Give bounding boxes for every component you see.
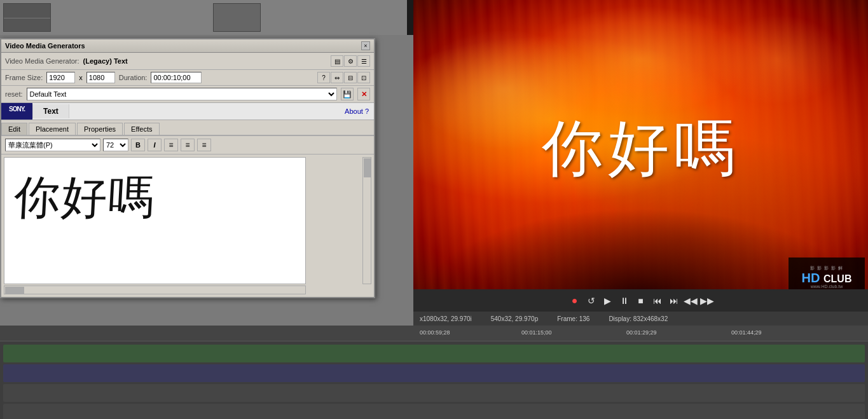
tab-effects[interactable]: Effects [124,123,159,135]
video-preview: 你好嗎 影 影 影 影 解 HD CLUB www.HD.club.tw [413,0,868,299]
scrollbar-thumb-v[interactable] [364,158,371,177]
fire-background: 你好嗎 影 影 影 影 解 HD CLUB www.HD.club.tw [413,0,868,299]
next-frame-button[interactable]: ⏭ [668,294,680,307]
loop-button[interactable]: ↺ [585,294,598,307]
frame-height-input[interactable] [86,72,115,83]
resolution-status-2: 540x32, 29.970p [491,315,539,322]
duration-input[interactable] [151,72,202,83]
preview-chinese-text: 你好嗎 [542,108,740,191]
settings-icon[interactable]: ⚙ [344,55,357,67]
panel-title-bar: Video Media Generators × [1,39,374,53]
ruler-tick-1: 00:00:59;28 [420,329,450,336]
ruler-tick-2: 00:01:15;00 [521,329,552,336]
hdclub-brand: HD CLUB [802,271,852,284]
font-size-select[interactable]: 72 [103,139,128,151]
thumbnail-2 [213,3,261,32]
link-icon[interactable]: ⇔ [331,72,343,83]
prev-frame-button[interactable]: ⏮ [651,294,664,307]
top-thumbnail-area [0,0,407,35]
preset-save-button[interactable]: 💾 [341,88,354,100]
panel-window: Video Media Generators × Video Media Gen… [0,38,375,298]
window-close-button[interactable]: × [361,41,370,50]
italic-button[interactable]: I [148,139,162,151]
expand-icon[interactable]: ⊡ [357,72,370,83]
hdclub-line2: www.HD.club.tw [811,284,843,289]
canvas-text-preview: 你好嗎 [12,167,156,228]
x-separator: x [79,74,83,81]
tabs-row: Edit Placement Properties Effects [1,120,374,136]
bold-button[interactable]: B [131,139,145,151]
about-button[interactable]: About ? [340,106,374,116]
font-toolbar: 華康流葉體(P) 72 B I ≡ ≡ ≡ [1,136,374,155]
align-right-button[interactable]: ≡ [197,139,211,151]
scrollbar-thumb-h[interactable] [5,287,24,294]
horizontal-scrollbar[interactable] [4,285,306,294]
video-controls-bar: ● ↺ ▶ ⏸ ■ ⏮ ⏭ ◀◀ ▶▶ [413,289,868,312]
vertical-scrollbar[interactable] [362,157,371,284]
fast-forward-button[interactable]: ▶▶ [701,294,713,307]
play-button[interactable]: ▶ [602,294,614,307]
preset-label: reset: [5,90,23,98]
frame-width-input[interactable] [46,72,75,83]
record-button[interactable]: ● [568,294,581,307]
timeline-track-2 [3,364,865,382]
help-icon[interactable]: ? [317,72,330,83]
preset-row: reset: Default Text 💾 ✕ [1,86,374,103]
generator-value: (Legacy) Text [83,57,128,65]
thumbnail-1 [3,3,51,32]
timeline-track-3 [3,384,865,402]
timeline: 00:00:59;28 00:01:15;00 00:01:29;29 00:0… [0,326,868,419]
render-icon[interactable]: ⊟ [344,72,357,83]
frame-size-row: Frame Size: x Duration: ? ⇔ ⊟ ⊡ [1,70,374,86]
sony-logo: SONY. [1,103,32,120]
sony-header: SONY. Text About ? [1,103,374,120]
status-bar: x1080x32, 29.970i 540x32, 29.970p Frame:… [413,312,868,326]
filmstrip-icon[interactable]: ▤ [331,55,343,67]
timeline-tracks [0,341,868,419]
ruler-tick-4: 00:01:44;29 [731,329,762,336]
panel-title: Video Media Generators [5,42,85,50]
pause-button[interactable]: ⏸ [618,294,631,307]
generator-label: Video Media Generator: [5,57,79,65]
frame-size-label: Frame Size: [5,74,43,81]
menu-icon[interactable]: ☰ [357,55,370,67]
font-select[interactable]: 華康流葉體(P) [5,139,100,151]
display-status: Display: 832x468x32 [609,315,668,322]
preset-select[interactable]: Default Text [27,88,337,100]
generator-buttons: ▤ ⚙ ☰ [331,55,370,67]
timeline-ruler: 00:00:59;28 00:01:15;00 00:01:29;29 00:0… [0,326,868,341]
timeline-track-1 [3,345,865,362]
rewind-button[interactable]: ◀◀ [684,294,697,307]
timeline-track-4 [3,404,865,419]
tab-properties[interactable]: Properties [77,123,123,135]
frame-status: Frame: 136 [557,315,589,322]
text-tab-header: Text [32,104,69,118]
resolution-status-1: x1080x32, 29.970i [420,315,472,322]
ruler-tick-3: 00:01:29;29 [626,329,657,336]
tab-edit[interactable]: Edit [1,123,27,135]
frame-buttons: ? ⇔ ⊟ ⊡ [317,72,370,83]
text-edit-area: 你好嗎 [1,155,374,297]
text-canvas[interactable]: 你好嗎 [4,157,306,284]
align-center-button[interactable]: ≡ [181,139,195,151]
tab-placement[interactable]: Placement [29,123,76,135]
generator-header: Video Media Generator: (Legacy) Text ▤ ⚙… [1,53,374,70]
duration-label: Duration: [119,74,148,81]
align-left-button[interactable]: ≡ [164,139,178,151]
preset-close-button[interactable]: ✕ [357,88,370,100]
stop-button[interactable]: ■ [635,294,647,307]
